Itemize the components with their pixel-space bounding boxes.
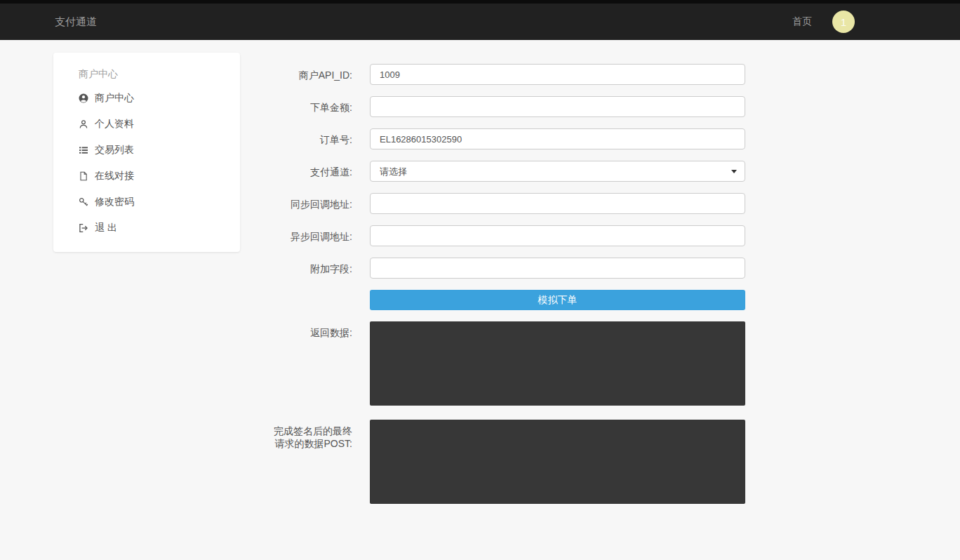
sidebar-item-online-docking[interactable]: 在线对接: [53, 163, 240, 189]
sidebar-item-label: 交易列表: [95, 144, 134, 156]
user-icon: [79, 119, 88, 129]
sidebar-item-logout[interactable]: 退 出: [53, 215, 240, 241]
form-row-result: 返回数据:: [274, 321, 745, 406]
merchant-api-id-label: 商户API_ID:: [274, 64, 352, 85]
async-callback-label: 异步回调地址:: [274, 225, 352, 246]
simulate-order-button[interactable]: 模拟下单: [370, 290, 745, 310]
sidebar-item-change-password[interactable]: 修改密码: [53, 189, 240, 215]
post-data-label-line2: 请求的数据POST:: [274, 437, 352, 450]
sync-callback-label: 同步回调地址:: [274, 193, 352, 214]
extra-field-input[interactable]: [370, 258, 745, 279]
order-amount-label: 下单金额:: [274, 96, 352, 117]
result-textarea[interactable]: [370, 321, 745, 406]
file-icon: [79, 171, 88, 181]
sidebar-item-merchant-center[interactable]: 商户中心: [53, 85, 240, 111]
avatar-text: 1: [841, 16, 846, 28]
sidebar-item-transactions[interactable]: 交易列表: [53, 137, 240, 163]
form-row-order-amount: 下单金额:: [274, 96, 745, 117]
post-data-label-line1: 完成签名后的最终: [274, 425, 352, 437]
extra-field-label: 附加字段:: [274, 258, 352, 279]
post-data-textarea[interactable]: [370, 420, 745, 504]
form-row-post-data: 完成签名后的最终 请求的数据POST:: [274, 420, 745, 504]
simulate-order-form: 商户API_ID: 下单金额: 订单号: 支付通道: 请选择 同步回调地址: 异…: [274, 53, 745, 515]
avatar[interactable]: 1: [832, 11, 855, 33]
form-row-sync-callback: 同步回调地址:: [274, 193, 745, 214]
pay-channel-select-wrap: 请选择: [370, 161, 745, 182]
key-icon: [79, 197, 88, 207]
form-row-order-number: 订单号:: [274, 128, 745, 149]
result-label: 返回数据:: [274, 321, 352, 406]
order-amount-input[interactable]: [370, 96, 745, 117]
sidebar-item-profile[interactable]: 个人资料: [53, 111, 240, 137]
sidebar-item-label: 修改密码: [95, 196, 134, 208]
async-callback-input[interactable]: [370, 225, 745, 246]
sidebar: 商户中心 商户中心 个人资料: [53, 53, 240, 252]
form-row-merchant-api-id: 商户API_ID:: [274, 64, 745, 85]
user-circle-icon: [79, 93, 88, 103]
order-number-label: 订单号:: [274, 128, 352, 149]
sidebar-item-label: 在线对接: [95, 170, 134, 182]
sync-callback-input[interactable]: [370, 193, 745, 214]
list-icon: [79, 145, 88, 155]
form-row-async-callback: 异步回调地址:: [274, 225, 745, 246]
sidebar-heading: 商户中心: [79, 67, 240, 81]
post-data-label: 完成签名后的最终 请求的数据POST:: [274, 420, 352, 504]
order-number-input[interactable]: [370, 128, 745, 149]
sidebar-item-label: 退 出: [95, 222, 117, 234]
navbar-right: 首页 1: [792, 4, 855, 40]
top-navbar: 支付通道 首页 1: [0, 0, 960, 40]
form-row-pay-channel: 支付通道: 请选择: [274, 161, 745, 182]
form-row-extra-field: 附加字段:: [274, 258, 745, 279]
logout-icon: [79, 223, 88, 233]
home-link[interactable]: 首页: [792, 15, 812, 28]
form-row-submit: 模拟下单: [274, 290, 745, 310]
brand-link[interactable]: 支付通道: [55, 4, 97, 40]
sidebar-item-label: 商户中心: [95, 92, 134, 105]
sidebar-item-label: 个人资料: [95, 118, 134, 131]
sidebar-menu: 商户中心 个人资料 交易列表: [53, 85, 240, 241]
pay-channel-label: 支付通道:: [274, 161, 352, 182]
merchant-api-id-input[interactable]: [370, 64, 745, 85]
pay-channel-select[interactable]: 请选择: [370, 161, 745, 182]
